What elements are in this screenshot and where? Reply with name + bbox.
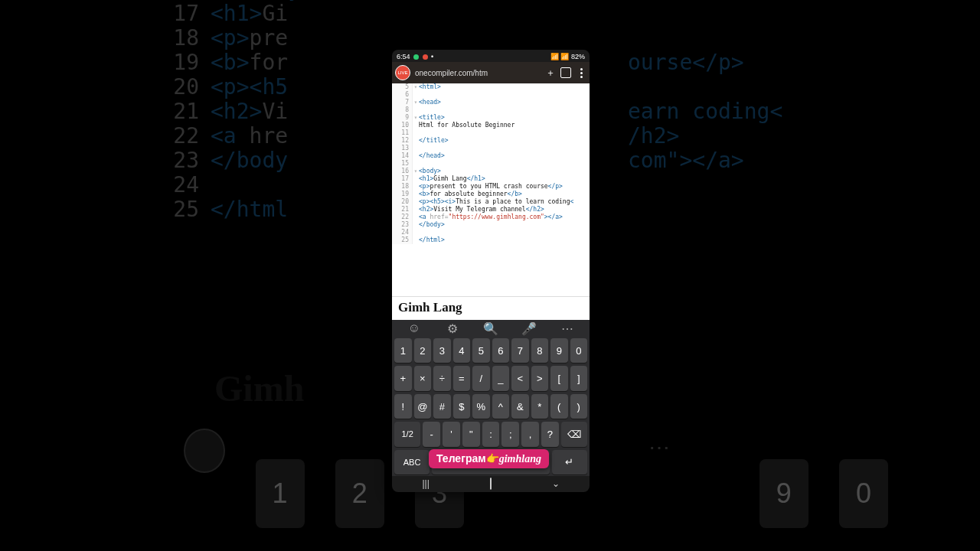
code-text[interactable]: <title> <box>419 114 590 122</box>
editor-line[interactable]: 8 <box>392 106 590 114</box>
fold-icon[interactable]: ▾ <box>413 114 419 122</box>
code-text[interactable]: </head> <box>419 152 590 160</box>
key-shift[interactable]: 1/2 <box>394 422 420 446</box>
editor-line[interactable]: 5▾<html> <box>392 83 590 91</box>
key-abc[interactable]: ABC <box>394 450 430 474</box>
key[interactable]: $ <box>453 394 471 419</box>
code-text[interactable]: <head> <box>419 99 590 106</box>
editor-line[interactable]: 23</body> <box>392 221 590 229</box>
key[interactable]: @ <box>414 394 432 419</box>
code-text[interactable] <box>419 129 590 137</box>
key[interactable]: 0 <box>570 338 588 363</box>
key[interactable]: * <box>531 394 549 419</box>
key-backspace[interactable]: ⌫ <box>561 422 587 446</box>
key-apos[interactable]: ' <box>443 422 460 446</box>
key-dash[interactable]: - <box>423 422 440 446</box>
key[interactable]: # <box>433 394 451 419</box>
code-text[interactable]: <b>for absolute beginner</b> <box>419 191 590 198</box>
key-quote[interactable]: " <box>462 422 480 446</box>
key[interactable]: / <box>472 366 490 390</box>
code-text[interactable]: <h2>Visit My Telegram channel</h2> <box>419 206 590 214</box>
code-text[interactable]: <html> <box>419 83 590 91</box>
code-text[interactable]: </html> <box>419 236 590 244</box>
editor-line[interactable]: 25</html> <box>392 236 590 244</box>
fold-icon[interactable] <box>413 206 419 214</box>
key[interactable]: 4 <box>453 338 471 363</box>
settings-icon[interactable]: ⚙ <box>446 321 459 335</box>
code-text[interactable]: </body> <box>419 221 590 229</box>
key[interactable]: < <box>511 366 529 390</box>
code-text[interactable] <box>419 160 590 168</box>
key[interactable]: 9 <box>550 338 568 363</box>
fold-icon[interactable] <box>413 91 419 99</box>
key[interactable]: ^ <box>492 394 510 419</box>
key-comma[interactable]: , <box>521 422 539 446</box>
code-text[interactable] <box>419 106 590 114</box>
code-text[interactable]: Html for Absolute Beginner <box>419 122 590 129</box>
key[interactable]: 2 <box>414 338 432 363</box>
key[interactable]: ) <box>570 394 588 419</box>
editor-line[interactable]: 9▾<title> <box>392 114 590 122</box>
key[interactable]: [ <box>550 366 568 390</box>
fold-icon[interactable] <box>413 221 419 229</box>
fold-icon[interactable] <box>413 198 419 206</box>
editor-line[interactable]: 12</title> <box>392 137 590 145</box>
editor-line[interactable]: 24 <box>392 229 590 236</box>
key[interactable]: _ <box>492 366 510 390</box>
code-text[interactable]: <a href="https://www.gimhlang.com"></a> <box>419 214 590 221</box>
code-text[interactable]: <h1>Gimh Lang</h1> <box>419 175 590 183</box>
nav-recent[interactable]: ||| <box>422 478 429 489</box>
avatar[interactable]: LIVE <box>395 65 410 80</box>
key[interactable]: ÷ <box>433 366 451 390</box>
editor-line[interactable]: 10Html for Absolute Beginner <box>392 122 590 129</box>
key[interactable]: ] <box>570 366 588 390</box>
code-text[interactable] <box>419 145 590 152</box>
fold-icon[interactable] <box>413 160 419 168</box>
key[interactable]: + <box>394 366 412 390</box>
tabs-button[interactable] <box>560 67 571 78</box>
fold-icon[interactable]: ▾ <box>413 168 419 175</box>
fold-icon[interactable] <box>413 175 419 183</box>
editor-line[interactable]: 22<a href="https://www.gimhlang.com"></a… <box>392 214 590 221</box>
fold-icon[interactable]: ▾ <box>413 83 419 91</box>
url-bar[interactable]: onecompiler.com/htm <box>415 69 541 77</box>
emoji-icon[interactable]: ☺ <box>407 321 421 335</box>
editor-line[interactable]: 18<p>present to you HTML crash course</p… <box>392 183 590 191</box>
code-text[interactable]: <p>present to you HTML crash course</p> <box>419 183 590 191</box>
key[interactable]: ( <box>550 394 568 419</box>
key[interactable]: × <box>414 366 432 390</box>
code-text[interactable]: <p><h5><i>This is a place to learn codin… <box>419 198 590 206</box>
new-tab-button[interactable]: ＋ <box>545 67 556 78</box>
key[interactable]: = <box>453 366 471 390</box>
editor-line[interactable]: 20<p><h5><i>This is a place to learn cod… <box>392 198 590 206</box>
code-text[interactable]: </title> <box>419 137 590 145</box>
key[interactable]: 5 <box>472 338 490 363</box>
fold-icon[interactable] <box>413 137 419 145</box>
editor-line[interactable]: 15 <box>392 160 590 168</box>
browser-menu-button[interactable] <box>576 67 586 78</box>
fold-icon[interactable] <box>413 236 419 244</box>
fold-icon[interactable] <box>413 152 419 160</box>
editor-line[interactable]: 16▾<body> <box>392 168 590 175</box>
key-colon[interactable]: : <box>482 422 500 446</box>
editor-line[interactable]: 19<b>for absolute beginner</b> <box>392 191 590 198</box>
key[interactable]: 7 <box>511 338 529 363</box>
key-qmark[interactable]: ? <box>541 422 559 446</box>
more-icon[interactable]: ⋯ <box>560 321 574 335</box>
editor-line[interactable]: 13 <box>392 145 590 152</box>
fold-icon[interactable]: ▾ <box>413 99 419 106</box>
code-text[interactable] <box>419 229 590 236</box>
code-text[interactable] <box>419 91 590 99</box>
fold-icon[interactable] <box>413 106 419 114</box>
editor-line[interactable]: 21<h2>Visit My Telegram channel</h2> <box>392 206 590 214</box>
fold-icon[interactable] <box>413 229 419 236</box>
key-enter[interactable]: ↵ <box>552 450 587 474</box>
key[interactable]: % <box>472 394 490 419</box>
key[interactable]: 6 <box>492 338 510 363</box>
search-icon[interactable]: 🔍 <box>484 321 498 335</box>
key[interactable]: 3 <box>433 338 451 363</box>
fold-icon[interactable] <box>413 122 419 129</box>
key[interactable]: 1 <box>394 338 412 363</box>
editor-line[interactable]: 6 <box>392 91 590 99</box>
nav-back[interactable]: ⌄ <box>552 478 560 489</box>
